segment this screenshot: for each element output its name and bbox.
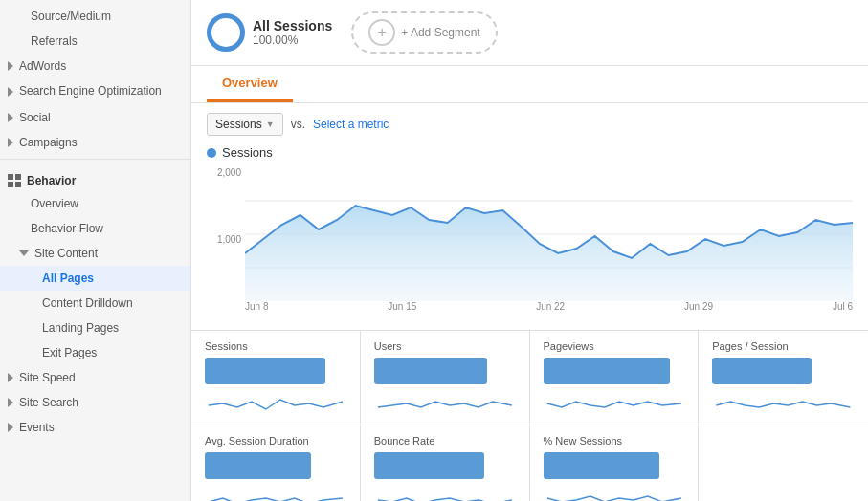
metric-card-pageviews[interactable]: Pageviews: [530, 331, 700, 425]
metric-card-sessions[interactable]: Sessions: [191, 331, 361, 425]
triangle-right-icon-campaigns: [8, 138, 13, 147]
svg-rect-0: [8, 174, 13, 180]
sessions-dropdown-label: Sessions: [215, 118, 262, 131]
all-pages-label: All Pages: [42, 272, 94, 285]
metric-bar-bounce-rate: [374, 452, 484, 479]
metric-sparkline-new-sessions: [544, 452, 685, 501]
sidebar-item-campaigns[interactable]: Campaigns: [0, 130, 190, 155]
sidebar-item-source-medium[interactable]: Source/Medium: [0, 4, 190, 29]
metric-sparkline-avg-session: [205, 452, 346, 501]
triangle-right-icon-social: [8, 113, 13, 122]
sidebar-item-site-speed[interactable]: Site Speed: [0, 365, 190, 390]
legend-label: Sessions: [222, 145, 273, 160]
metric-title-sessions: Sessions: [205, 340, 346, 352]
segment-circle: [207, 13, 245, 52]
chart-area: Sessions 2,000 1,000: [191, 145, 868, 330]
tabs-bar: Overview: [191, 66, 868, 103]
metric-title-users: Users: [374, 340, 516, 352]
site-search-label: Site Search: [19, 396, 78, 409]
x-axis: Jun 8 Jun 15 Jun 22 Jun 29 Jul 6: [245, 301, 853, 320]
sidebar-item-site-search[interactable]: Site Search: [0, 390, 190, 415]
vs-label: vs.: [291, 118, 305, 131]
sessions-dropdown[interactable]: Sessions ▼: [207, 113, 283, 136]
metric-card-bounce-rate[interactable]: Bounce Rate: [361, 425, 530, 501]
sparkline-svg-bounce-rate: [374, 481, 516, 501]
x-label-jun8: Jun 8: [245, 301, 268, 320]
metric-sparkline-bounce-rate: [374, 452, 516, 501]
sidebar-item-adwords[interactable]: AdWords: [0, 54, 190, 78]
triangle-right-icon-site-search: [8, 398, 13, 407]
sidebar-item-content-drilldown[interactable]: Content Drilldown: [0, 291, 190, 316]
sidebar-item-site-content[interactable]: Site Content: [0, 241, 190, 266]
metric-bar-avg-session: [205, 452, 311, 479]
add-segment-label: + Add Segment: [401, 26, 479, 39]
metric-bar-new-sessions: [544, 452, 659, 479]
metric-card-avg-session[interactable]: Avg. Session Duration: [191, 425, 361, 501]
segment-label: All Sessions: [253, 18, 332, 33]
sidebar-item-all-pages[interactable]: All Pages: [0, 266, 190, 291]
x-label-jul6: Jul 6: [833, 301, 853, 320]
x-label-jun22: Jun 22: [536, 301, 565, 320]
metric-title-new-sessions: % New Sessions: [544, 435, 685, 447]
main-content: All Sessions 100.00% + + Add Segment Ove…: [191, 0, 868, 501]
site-content-label: Site Content: [34, 247, 98, 260]
metric-sparkline-users: [374, 358, 516, 415]
sparkline-svg-new-sessions: [544, 481, 685, 501]
x-label-jun15: Jun 15: [388, 301, 416, 320]
sidebar-item-landing-pages[interactable]: Landing Pages: [0, 316, 190, 340]
dropdown-arrow-icon: ▼: [266, 120, 275, 129]
metric-card-new-sessions[interactable]: % New Sessions: [530, 425, 700, 501]
legend-dot-icon: [207, 148, 216, 158]
svg-rect-3: [15, 182, 21, 187]
metric-card-empty: [699, 425, 868, 501]
sparkline-svg-pages-per-session: [712, 386, 855, 417]
metric-title-pages-per-session: Pages / Session: [712, 340, 855, 352]
site-speed-label: Site Speed: [19, 371, 76, 384]
metric-card-pages-per-session[interactable]: Pages / Session: [699, 331, 868, 425]
all-sessions-segment[interactable]: All Sessions 100.00%: [207, 13, 332, 52]
y-label-top: 2,000: [207, 167, 241, 178]
metrics-grid-row2: Avg. Session Duration Bounce Rate % New …: [191, 425, 868, 501]
svg-rect-1: [15, 174, 21, 180]
triangle-right-icon-events: [8, 423, 13, 432]
sidebar-item-seo[interactable]: Search Engine Optimization: [0, 78, 190, 105]
sparkline-svg-users: [374, 386, 516, 417]
metric-card-users[interactable]: Users: [361, 331, 530, 425]
seo-label: Search Engine Optimization: [19, 84, 162, 99]
metric-sparkline-sessions: [205, 358, 346, 415]
sidebar-item-referrals[interactable]: Referrals: [0, 29, 190, 54]
segment-bar: All Sessions 100.00% + + Add Segment: [191, 0, 868, 66]
social-label: Social: [19, 111, 51, 124]
metric-sparkline-pages-per-session: [712, 358, 855, 415]
x-label-jun29: Jun 29: [684, 301, 713, 320]
metric-sparkline-pageviews: [544, 358, 685, 415]
metric-title-avg-session: Avg. Session Duration: [205, 435, 346, 447]
sparkline-svg-pageviews: [544, 386, 685, 417]
segment-info: All Sessions 100.00%: [253, 18, 332, 47]
adwords-label: AdWords: [19, 59, 66, 73]
y-axis: 2,000 1,000: [207, 167, 245, 301]
sparkline-svg-sessions: [205, 386, 346, 417]
chart-legend: Sessions: [207, 145, 853, 160]
select-metric-link[interactable]: Select a metric: [313, 118, 389, 131]
sidebar-item-events[interactable]: Events: [0, 415, 190, 440]
controls-bar: Sessions ▼ vs. Select a metric: [191, 103, 868, 145]
add-segment-circle-icon: +: [368, 19, 395, 46]
triangle-right-icon-site-speed: [8, 373, 13, 382]
campaigns-label: Campaigns: [19, 136, 78, 149]
sidebar-item-behavior-overview[interactable]: Overview: [0, 191, 190, 216]
metric-title-bounce-rate: Bounce Rate: [374, 435, 516, 447]
add-segment-button[interactable]: + + Add Segment: [351, 11, 497, 54]
triangle-right-icon-seo: [8, 87, 13, 97]
sidebar-item-exit-pages[interactable]: Exit Pages: [0, 340, 190, 365]
segment-pct: 100.00%: [253, 33, 332, 47]
metric-bar-sessions: [205, 358, 325, 384]
sidebar-item-behavior-flow[interactable]: Behavior Flow: [0, 216, 190, 241]
svg-rect-2: [8, 182, 13, 187]
tab-overview[interactable]: Overview: [207, 66, 293, 102]
behavior-section-header: Behavior: [0, 166, 190, 191]
triangle-down-icon: [19, 250, 29, 256]
grid-icon: [8, 174, 21, 187]
events-label: Events: [19, 421, 55, 434]
sidebar-item-social[interactable]: Social: [0, 105, 190, 130]
